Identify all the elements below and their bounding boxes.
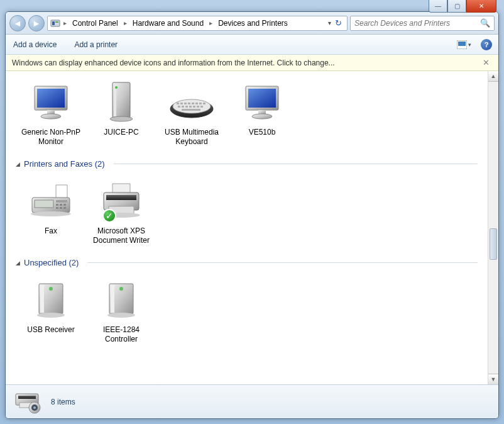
content-pane: Generic Non-PnP Monitor JUICE-PC USB Mul… xyxy=(6,71,488,384)
svg-rect-7 xyxy=(47,110,55,114)
svg-rect-20 xyxy=(195,103,198,104)
address-row: ◄ ► ▸ Control Panel ▸ Hardware and Sound… xyxy=(6,12,498,35)
printers-grid: Fax ✓ Microsoft XPS Document Writer xyxy=(16,174,478,250)
svg-rect-26 xyxy=(189,106,192,108)
svg-point-52 xyxy=(37,313,65,318)
device-item[interactable]: ✓ Microsoft XPS Document Writer xyxy=(86,174,156,250)
svg-point-12 xyxy=(110,116,133,121)
refresh-icon[interactable]: ↻ xyxy=(334,17,343,29)
default-check-icon: ✓ xyxy=(102,209,116,223)
minimize-button[interactable]: — xyxy=(429,0,447,13)
svg-point-62 xyxy=(33,406,36,409)
breadcrumb[interactable]: ▸ Control Panel ▸ Hardware and Sound ▸ D… xyxy=(47,16,348,31)
window-controls: — ▢ ✕ xyxy=(429,0,496,13)
breadcrumb-item[interactable]: Hardware and Sound xyxy=(130,18,206,29)
info-bar[interactable]: Windows can display enhanced device icon… xyxy=(6,55,498,71)
svg-rect-18 xyxy=(188,103,190,104)
device-item[interactable]: VE510b xyxy=(227,75,297,152)
toolbar: Add a device Add a printer ▾ ? xyxy=(6,35,498,55)
svg-rect-15 xyxy=(177,103,179,104)
monitor-icon xyxy=(239,80,285,125)
device-item[interactable]: USB Multimedia Keyboard xyxy=(156,75,227,152)
search-icon[interactable]: 🔍 xyxy=(480,18,490,28)
breadcrumb-item[interactable]: Devices and Printers xyxy=(216,18,290,29)
help-button[interactable]: ? xyxy=(481,39,492,50)
svg-point-56 xyxy=(107,313,135,318)
view-options-button[interactable]: ▾ xyxy=(454,38,474,51)
device-item[interactable]: Fax xyxy=(16,174,86,250)
svg-rect-19 xyxy=(192,103,194,104)
device-item[interactable]: USB Receiver xyxy=(16,272,86,349)
device-label: USB Multimedia Keyboard xyxy=(159,128,224,147)
svg-point-8 xyxy=(41,114,61,119)
svg-rect-28 xyxy=(197,106,199,108)
svg-rect-54 xyxy=(111,285,114,313)
printer-icon: ✓ xyxy=(99,179,144,224)
maximize-button[interactable]: ▢ xyxy=(447,0,466,13)
device-label: IEEE-1284 Controller xyxy=(89,325,154,344)
search-input[interactable] xyxy=(354,19,480,28)
device-label: VE510b xyxy=(249,128,276,137)
svg-rect-50 xyxy=(40,285,44,313)
status-bar: 8 items xyxy=(6,384,498,418)
svg-rect-2 xyxy=(55,21,58,23)
svg-rect-39 xyxy=(60,204,62,206)
svg-rect-16 xyxy=(180,103,183,104)
collapse-icon: ◢ xyxy=(16,161,20,167)
device-label: Fax xyxy=(45,226,57,236)
device-label: USB Receiver xyxy=(27,325,74,335)
group-header-unspecified[interactable]: ◢ Unspecified (2) xyxy=(16,258,478,267)
device-label: Microsoft XPS Document Writer xyxy=(89,226,154,245)
control-panel-icon xyxy=(50,18,60,28)
breadcrumb-item[interactable]: Control Panel xyxy=(70,18,121,29)
svg-rect-25 xyxy=(185,106,188,108)
pc-tower-icon xyxy=(99,80,144,125)
back-button[interactable]: ◄ xyxy=(9,15,26,31)
svg-rect-42 xyxy=(60,207,62,209)
svg-point-44 xyxy=(31,211,71,216)
group-header-printers[interactable]: ◢ Printers and Faxes (2) xyxy=(16,159,478,169)
svg-rect-21 xyxy=(199,103,202,104)
forward-button[interactable]: ► xyxy=(28,15,45,31)
svg-point-51 xyxy=(49,287,53,291)
explorer-window: ◄ ► ▸ Control Panel ▸ Hardware and Sound… xyxy=(5,11,499,419)
info-bar-text: Windows can display enhanced device icon… xyxy=(12,59,335,67)
svg-rect-17 xyxy=(184,103,187,104)
search-box[interactable]: 🔍 xyxy=(350,16,495,31)
device-box-icon xyxy=(28,277,74,323)
device-item[interactable]: Generic Non-PnP Monitor xyxy=(16,75,86,152)
svg-rect-24 xyxy=(182,106,184,108)
dropdown-icon[interactable]: ▾ xyxy=(327,18,332,28)
svg-rect-1 xyxy=(52,21,55,25)
svg-point-11 xyxy=(115,86,118,89)
scroll-thumb[interactable] xyxy=(490,228,497,260)
fax-icon xyxy=(28,179,74,224)
unspecified-grid: USB Receiver IEEE-1284 Controller xyxy=(16,272,478,349)
svg-rect-36 xyxy=(35,200,53,208)
svg-point-55 xyxy=(119,287,123,291)
chevron-right-icon: ▸ xyxy=(62,20,68,26)
device-label: JUICE-PC xyxy=(104,128,138,137)
scroll-up-icon[interactable]: ▲ xyxy=(488,71,498,82)
status-text: 8 items xyxy=(51,398,75,406)
devices-printers-icon xyxy=(13,389,43,415)
add-printer-button[interactable]: Add a printer xyxy=(73,38,119,52)
svg-rect-29 xyxy=(200,106,203,108)
device-box-icon xyxy=(99,277,144,323)
close-button[interactable]: ✕ xyxy=(466,0,496,13)
keyboard-icon xyxy=(169,80,214,125)
collapse-icon: ◢ xyxy=(16,260,20,266)
device-item[interactable]: JUICE-PC xyxy=(86,75,156,152)
svg-rect-33 xyxy=(258,110,266,114)
info-bar-close-icon[interactable]: ✕ xyxy=(480,58,492,67)
svg-rect-43 xyxy=(63,207,66,209)
scrollbar[interactable]: ▲ ▼ xyxy=(488,71,498,384)
scroll-down-icon[interactable]: ▼ xyxy=(488,374,498,384)
chevron-right-icon: ▸ xyxy=(122,20,129,26)
add-device-button[interactable]: Add a device xyxy=(12,38,58,52)
svg-rect-38 xyxy=(56,204,58,206)
device-item[interactable]: IEEE-1284 Controller xyxy=(86,272,156,349)
svg-rect-58 xyxy=(18,396,36,399)
group-header-label: Printers and Faxes (2) xyxy=(24,159,105,169)
svg-point-34 xyxy=(252,114,272,119)
